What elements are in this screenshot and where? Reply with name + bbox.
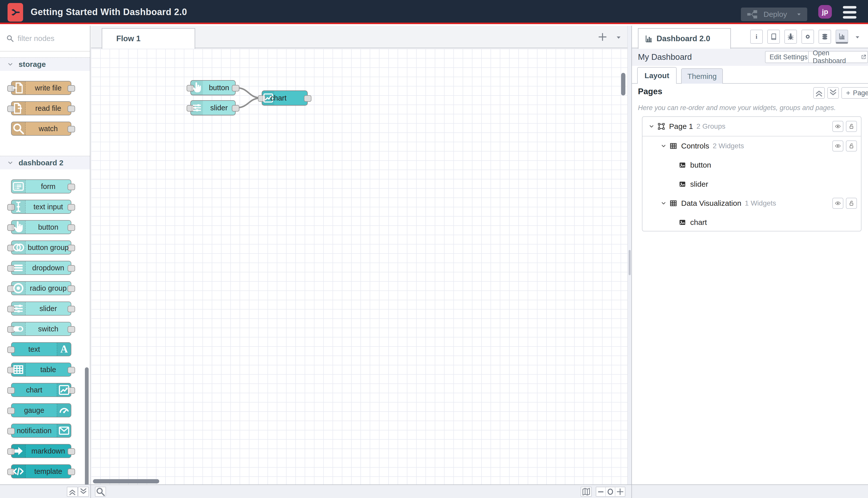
palette-category-storage[interactable]: storage bbox=[0, 57, 90, 71]
table-grid-icon bbox=[669, 199, 678, 208]
sidebar-tool-book-button[interactable] bbox=[767, 30, 780, 44]
tab-theming[interactable]: Theming bbox=[681, 68, 723, 84]
node-label: switch bbox=[26, 323, 71, 336]
palette-node-read-file[interactable]: read file bbox=[11, 101, 71, 115]
user-avatar[interactable]: jp bbox=[818, 5, 832, 18]
palette-node-markdown[interactable]: markdown bbox=[11, 444, 71, 458]
tree-row-page-1[interactable]: Page 12 Groups bbox=[642, 117, 861, 136]
category-label: dashboard 2 bbox=[18, 159, 63, 167]
map-icon bbox=[581, 487, 591, 497]
canvas-node-chart[interactable]: chart bbox=[262, 90, 308, 106]
deploy-label: Deploy bbox=[763, 10, 787, 18]
add-flow-button[interactable] bbox=[597, 31, 608, 43]
tree-row-slider[interactable]: slider bbox=[642, 175, 861, 194]
filter-nodes-input[interactable] bbox=[17, 34, 80, 43]
palette-scrollbar[interactable] bbox=[85, 367, 89, 484]
eye-icon bbox=[834, 123, 841, 130]
chevrons-up-icon bbox=[67, 487, 77, 497]
chevron-down-icon[interactable] bbox=[660, 143, 667, 149]
palette-node-text-input[interactable]: text input bbox=[11, 200, 71, 214]
flow-canvas[interactable]: button slider chart bbox=[91, 49, 627, 484]
sidebar-tool-bug-button[interactable] bbox=[784, 30, 797, 44]
canvas-node-button[interactable]: button bbox=[190, 80, 236, 95]
palette-node-switch[interactable]: switch bbox=[11, 322, 71, 336]
move-down-button[interactable] bbox=[827, 87, 839, 99]
visibility-toggle-button[interactable] bbox=[832, 141, 843, 152]
tree-row-controls[interactable]: Controls2 Widgets bbox=[642, 136, 861, 156]
tree-row-data-visualization[interactable]: Data Visualization1 Widgets bbox=[642, 194, 861, 213]
palette-expand-all-button[interactable] bbox=[78, 487, 89, 497]
palette-node-form[interactable]: form bbox=[11, 180, 71, 194]
palette-node-button-group[interactable]: button group bbox=[11, 240, 71, 254]
sidebar-tool-info-button[interactable]: i bbox=[750, 30, 763, 44]
open-dashboard-button[interactable]: Open Dashboard bbox=[808, 51, 868, 63]
category-label: storage bbox=[18, 60, 46, 69]
deploy-options-caret-icon[interactable] bbox=[796, 11, 802, 17]
sidebar-tool-chart-bars-button[interactable] bbox=[836, 30, 848, 44]
move-up-button[interactable] bbox=[813, 87, 825, 99]
i-cursor-icon bbox=[12, 200, 26, 213]
node-label: table bbox=[26, 363, 71, 376]
external-link-icon bbox=[858, 54, 864, 60]
file-import-icon bbox=[12, 102, 26, 115]
tab-dashboard-2[interactable]: Dashboard 2.0 bbox=[638, 28, 731, 49]
form-icon bbox=[12, 180, 26, 193]
lock-toggle-button[interactable] bbox=[846, 141, 857, 152]
palette-node-chart[interactable]: chart bbox=[11, 383, 71, 397]
tree-row-button[interactable]: button bbox=[642, 156, 861, 175]
sidebar-toolbar: i bbox=[750, 30, 848, 44]
tree-row-chart[interactable]: chart bbox=[642, 213, 861, 232]
palette-node-notification[interactable]: notification bbox=[11, 424, 71, 438]
unlock-icon bbox=[848, 200, 855, 207]
toggle-icon bbox=[12, 323, 26, 336]
palette-node-write-file[interactable]: write file bbox=[11, 81, 71, 95]
canvas-vertical-scrollbar[interactable] bbox=[621, 73, 625, 95]
palette-node-text[interactable]: Atext bbox=[11, 342, 71, 356]
palette-node-watch[interactable]: watch bbox=[11, 122, 71, 136]
sidebar-splitter[interactable] bbox=[627, 26, 632, 484]
add-page-button[interactable]: Page bbox=[841, 87, 868, 99]
lock-toggle-button[interactable] bbox=[846, 198, 857, 209]
canvas-horizontal-scrollbar[interactable] bbox=[93, 479, 159, 483]
node-label: form bbox=[26, 180, 71, 193]
palette-collapse-all-button[interactable] bbox=[67, 487, 78, 497]
layout-theming-tabs: Layout Theming bbox=[632, 66, 868, 84]
chevron-down-icon[interactable] bbox=[649, 123, 655, 129]
canvas-node-slider[interactable]: slider bbox=[190, 100, 236, 115]
chevrons-up-icon bbox=[814, 88, 824, 98]
palette-node-table[interactable]: table bbox=[11, 363, 71, 377]
palette-node-template[interactable]: template bbox=[11, 464, 71, 479]
tree-row-actions bbox=[832, 121, 857, 132]
chevron-down-icon[interactable] bbox=[660, 200, 667, 206]
visibility-toggle-button[interactable] bbox=[832, 198, 843, 209]
palette-node-dropdown[interactable]: dropdown bbox=[11, 261, 71, 275]
plus-icon bbox=[845, 90, 851, 96]
palette-node-button[interactable]: button bbox=[11, 220, 71, 234]
zoom-out-button[interactable] bbox=[596, 487, 606, 496]
deploy-button[interactable]: Deploy bbox=[741, 8, 807, 21]
sidebar-tool-layers-button[interactable] bbox=[818, 30, 831, 44]
sidebar-tabs-menu-button[interactable] bbox=[854, 34, 861, 41]
palette: storagewrite fileread filewatchdashboard… bbox=[0, 26, 90, 484]
tree-item-label: Page 1 bbox=[669, 122, 693, 131]
toggle-navigator-button[interactable] bbox=[581, 487, 592, 497]
tab-layout[interactable]: Layout bbox=[637, 67, 677, 84]
sidebar-tool-gear-button[interactable] bbox=[801, 30, 814, 44]
tab-flow-1[interactable]: Flow 1 bbox=[102, 28, 195, 49]
zoom-reset-button[interactable] bbox=[606, 487, 615, 496]
menu-icon[interactable] bbox=[843, 6, 856, 18]
palette-node-slider[interactable]: slider bbox=[11, 302, 71, 316]
visibility-toggle-button[interactable] bbox=[832, 121, 843, 132]
button-group-icon bbox=[12, 241, 26, 254]
palette-node-gauge[interactable]: gauge bbox=[11, 403, 71, 417]
canvas-search-button[interactable] bbox=[95, 487, 106, 497]
zoom-in-button[interactable] bbox=[615, 487, 625, 496]
palette-category-dashboard-2[interactable]: dashboard 2 bbox=[0, 156, 90, 169]
search-icon bbox=[6, 35, 14, 42]
palette-node-radio-group[interactable]: radio group bbox=[11, 281, 71, 295]
lock-toggle-button[interactable] bbox=[846, 121, 857, 132]
splitter-handle[interactable] bbox=[629, 250, 631, 275]
open-flows-menu-button[interactable] bbox=[615, 34, 622, 41]
node-output-port[interactable] bbox=[304, 95, 311, 102]
palette-search-row bbox=[0, 26, 90, 52]
